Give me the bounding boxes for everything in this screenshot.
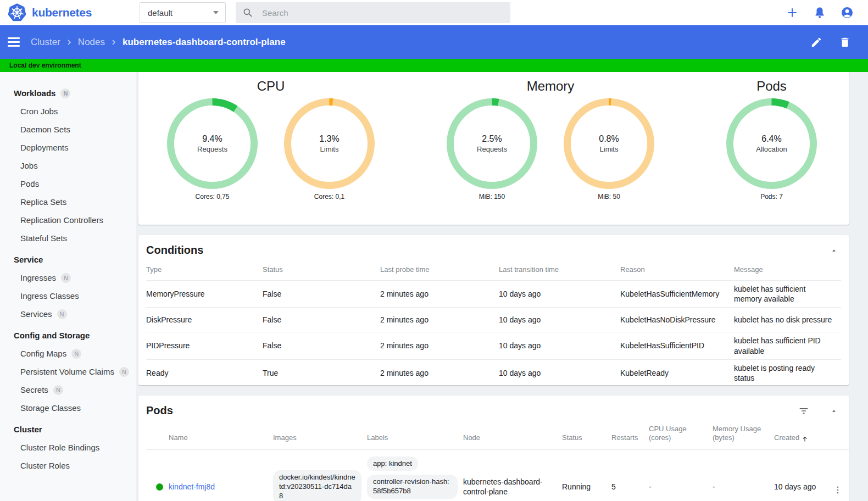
sidebar-item-daemon-sets[interactable]: Daemon Sets [0, 120, 136, 138]
donut-percent: 9.4% [202, 134, 222, 144]
breadcrumb-link-cluster[interactable]: Cluster [31, 37, 60, 48]
kubernetes-logo[interactable]: kubernetes [8, 3, 140, 22]
collapse-section-icon[interactable] [830, 407, 838, 415]
plus-icon [786, 6, 799, 19]
sidebar-item-config-maps[interactable]: Config Maps N [0, 344, 136, 363]
label-chip: app: kindnet [367, 457, 418, 471]
sidebar-item-secrets[interactable]: Secrets N [0, 381, 136, 399]
sidebar-item-ingresses[interactable]: Ingresses N [0, 269, 136, 287]
pods-allocation-donut: 6.4% Allocation Pods: 7 [726, 98, 817, 201]
memory-limits-donut: 0.8% Limits MiB: 50 [564, 98, 654, 201]
main-content: CPU 9.4% Requests [136, 72, 868, 501]
sidebar-group-cluster[interactable]: Cluster [0, 420, 136, 438]
sidebar-item-storage-classes[interactable]: Storage Classes [0, 399, 136, 417]
donut-percent: 6.4% [761, 134, 781, 144]
donut-metric-label: Requests [477, 145, 507, 153]
kebab-menu-icon[interactable] [833, 485, 843, 495]
edit-resource-button[interactable] [810, 36, 823, 49]
donut-caption: MiB: 150 [479, 193, 505, 201]
sidebar-item-jobs[interactable]: Jobs [0, 157, 136, 175]
new-badge: N [57, 309, 67, 319]
create-resource-button[interactable] [786, 6, 799, 19]
column-header: Restarts [611, 421, 649, 449]
column-header: CPU Usage (cores) [649, 421, 713, 449]
sidebar-item-pods[interactable]: Pods [0, 175, 136, 193]
page-title: kubernetes-dashboard-control-plane [123, 37, 286, 48]
collapse-section-icon[interactable] [830, 247, 838, 254]
breadcrumb-link-nodes[interactable]: Nodes [78, 37, 105, 48]
sidebar-item-services[interactable]: Services N [0, 305, 136, 323]
status-dot-column [146, 421, 169, 449]
search-input[interactable] [262, 8, 504, 18]
column-header: Labels [367, 421, 463, 449]
memory-requests-donut: 2.5% Requests MiB: 150 [447, 98, 537, 201]
pods-table-title: Pods [146, 404, 798, 417]
pods-card: Pods Name Images Labels Nod [138, 396, 849, 501]
row-menu-column [827, 421, 849, 449]
cpu-limits-donut: 1.3% Limits Cores: 0,1 [284, 98, 375, 201]
memory-allocation-group: Memory 2.5% Requests [447, 77, 654, 225]
sidebar-item-replication-controllers[interactable]: Replication Controllers [0, 211, 136, 229]
sidebar-group-workloads[interactable]: Workloads N [0, 84, 136, 102]
sidebar-group-config-and-storage[interactable]: Config and Storage [0, 326, 136, 344]
sidebar-item-cron-jobs[interactable]: Cron Jobs [0, 102, 136, 120]
column-header: Reason [620, 261, 734, 280]
account-button[interactable] [841, 6, 854, 19]
pod-memory-usage-cell: - [713, 475, 774, 498]
pod-status-cell [146, 477, 169, 497]
pod-labels-cell: app: kindnet controller-revision-hash: 5… [367, 450, 463, 501]
donut-percent: 1.3% [319, 134, 339, 144]
resource-actions [810, 36, 852, 49]
filter-icon[interactable] [798, 405, 809, 416]
sidebar-item-ingress-classes[interactable]: Ingress Classes [0, 287, 136, 305]
trash-icon [839, 36, 851, 48]
sidebar-group-service[interactable]: Service [0, 250, 136, 269]
pods-allocation-group: Pods 6.4% Allocation [726, 77, 817, 225]
environment-banner-text: Local dev environment [9, 62, 81, 69]
conditions-title: Conditions [146, 244, 830, 257]
column-header-created-sort[interactable]: Created [774, 421, 827, 449]
column-header: Status [263, 261, 380, 280]
new-badge: N [60, 88, 70, 98]
new-badge: N [119, 367, 129, 377]
sidebar-item-cluster-roles[interactable]: Cluster Roles [0, 457, 136, 475]
namespace-select[interactable]: default [140, 2, 226, 23]
column-header: Node [463, 421, 562, 449]
image-chip: docker.io/kindest/kindnetd:v20230511-dc7… [273, 470, 361, 501]
pod-restarts-cell: 5 [611, 475, 649, 498]
brand-wordmark: kubernetes [32, 6, 92, 19]
top-app-bar: kubernetes default [0, 0, 868, 25]
content-row: Workloads N Cron Jobs Daemon Sets Deploy… [0, 72, 868, 501]
table-row: MemoryPressure False 2 minutes ago 10 da… [146, 280, 841, 307]
sort-ascending-arrow-icon [801, 435, 809, 443]
new-badge: N [53, 385, 63, 395]
menu-button[interactable] [8, 37, 20, 47]
column-header: Memory Usage (bytes) [713, 421, 774, 449]
notifications-button[interactable] [813, 6, 826, 19]
sidebar-item-cluster-role-bindings[interactable]: Cluster Role Bindings [0, 438, 136, 457]
delete-resource-button[interactable] [838, 36, 852, 49]
column-header: Images [273, 421, 367, 449]
donut-metric-label: Allocation [756, 145, 787, 153]
cpu-requests-donut: 9.4% Requests Cores: 0,75 [167, 98, 258, 201]
search-bar[interactable] [236, 2, 510, 23]
column-header: Type [146, 261, 263, 280]
pod-name-link[interactable]: kindnet-fmj8d [169, 482, 215, 491]
account-circle-icon [841, 5, 854, 20]
pod-row-menu-cell [827, 478, 849, 495]
table-row: PIDPressure False 2 minutes ago 10 days … [146, 332, 841, 359]
sidebar-item-replica-sets[interactable]: Replica Sets [0, 193, 136, 211]
sidebar-item-stateful-sets[interactable]: Stateful Sets [0, 229, 136, 247]
sidebar-item-deployments[interactable]: Deployments [0, 138, 136, 157]
donut-caption: Pods: 7 [760, 193, 783, 201]
sidebar-item-persistent-volume-claims[interactable]: Persistent Volume Claims N [0, 363, 136, 381]
donut-caption: MiB: 50 [598, 193, 620, 201]
donut-metric-label: Limits [320, 145, 339, 153]
environment-banner: Local dev environment [0, 59, 868, 72]
table-row: kindnet-fmj8d docker.io/kindest/kindnetd… [146, 449, 849, 501]
new-badge: N [71, 349, 81, 359]
breadcrumb-separator-icon [111, 39, 116, 46]
column-header: Last probe time [380, 261, 499, 280]
pod-cpu-usage-cell: - [649, 475, 713, 498]
pod-images-cell: docker.io/kindest/kindnetd:v20230511-dc7… [273, 464, 367, 501]
